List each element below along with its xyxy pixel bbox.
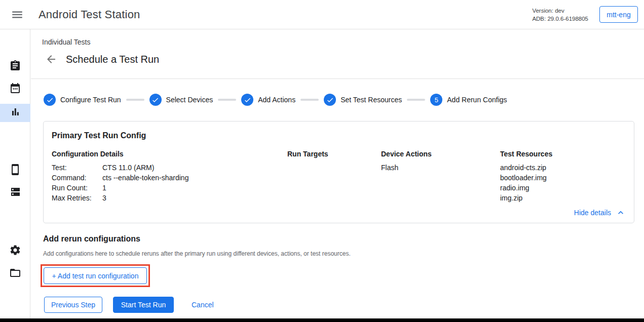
add-test-run-configuration-button[interactable]: + Add test run configuration [44, 267, 147, 284]
settings-gear-icon [9, 244, 21, 258]
config-value: 1 [102, 183, 106, 193]
config-label: Test: [52, 163, 102, 173]
hide-details-link[interactable]: Hide details [574, 208, 626, 218]
footer-actions: Previous Step Start Test Run Cancel [44, 297, 644, 313]
test-resource-item: bootloader.img [500, 173, 626, 183]
app-title: Android Test Station [39, 8, 140, 21]
version-line: Version: dev [532, 7, 588, 15]
sidebar-item-clipboard[interactable] [0, 58, 30, 76]
rerun-section-title: Add rerun configurations [43, 234, 644, 244]
test-resource-item: img.zip [500, 193, 626, 203]
test-resource-item: android-cts.zip [500, 163, 626, 173]
step-check-icon [44, 94, 56, 106]
step-check-icon [149, 94, 162, 106]
column-header: Run Targets [287, 149, 381, 158]
server-icon [9, 186, 21, 200]
step-label: Set Test Resources [340, 96, 402, 104]
config-value: CTS 11.0 (ARM) [102, 163, 154, 173]
breadcrumb: Individual Tests [42, 38, 644, 46]
step-add-actions[interactable]: Add Actions [241, 94, 295, 106]
step-check-icon [241, 94, 253, 106]
config-value: cts --enable-token-sharding [102, 173, 188, 183]
config-label: Max Retries: [52, 193, 102, 203]
sidebar-item-folder[interactable] [0, 265, 30, 283]
column-header: Device Actions [381, 149, 500, 158]
step-label: Add Actions [258, 96, 295, 104]
configuration-details-column: Configuration Details Test: CTS 11.0 (AR… [52, 149, 287, 203]
step-select-devices[interactable]: Select Devices [149, 94, 213, 106]
step-add-rerun-configs[interactable]: 5 Add Rerun Configs [430, 94, 507, 106]
config-label: Command: [52, 173, 102, 183]
step-label: Configure Test Run [60, 96, 121, 104]
account-button[interactable]: mtt-eng [599, 6, 638, 23]
card-title: Primary Test Run Config [52, 131, 626, 141]
step-number: 5 [430, 94, 442, 106]
card-grid: Configuration Details Test: CTS 11.0 (AR… [52, 149, 626, 203]
config-row-test: Test: CTS 11.0 (ARM) [52, 163, 287, 173]
header-right: Version: dev ADB: 29.0.6-6198805 mtt-eng [532, 6, 644, 23]
previous-step-button[interactable]: Previous Step [44, 297, 102, 313]
hide-details-label: Hide details [574, 209, 611, 217]
hamburger-menu-icon[interactable] [11, 8, 24, 21]
bar-chart-icon [9, 106, 21, 120]
sidebar-item-bar-chart[interactable] [0, 104, 30, 122]
sidebar-item-server[interactable] [0, 184, 30, 202]
calendar-icon [9, 83, 21, 97]
bottom-bar [0, 318, 644, 322]
sidebar-item-settings[interactable] [0, 242, 30, 260]
step-connector [300, 99, 319, 101]
test-resource-item: radio.img [500, 183, 626, 193]
step-set-test-resources[interactable]: Set Test Resources [324, 94, 402, 106]
config-value: 3 [102, 193, 106, 203]
step-configure-test-run[interactable]: Configure Test Run [44, 94, 121, 106]
highlight-box: + Add test run configuration [41, 264, 150, 287]
cancel-button[interactable]: Cancel [192, 301, 214, 309]
sidebar [0, 29, 30, 318]
smartphone-icon [9, 164, 21, 178]
step-connector [126, 99, 144, 101]
config-row-run-count: Run Count: 1 [52, 183, 287, 193]
main-content: Individual Tests Schedule a Test Run Con… [31, 29, 644, 318]
step-label: Select Devices [166, 96, 213, 104]
step-connector [407, 99, 425, 101]
sidebar-item-calendar[interactable] [0, 80, 30, 99]
start-test-run-button[interactable]: Start Test Run [113, 297, 174, 313]
clipboard-icon [9, 60, 21, 74]
step-check-icon [324, 94, 336, 106]
rerun-section-description: Add configurations here to schedule reru… [43, 250, 644, 257]
test-resources-column: Test Resources android-cts.zip bootloade… [500, 149, 626, 203]
divider [31, 78, 644, 79]
sidebar-item-smartphone[interactable] [0, 162, 30, 180]
column-header: Configuration Details [52, 149, 287, 158]
config-row-max-retries: Max Retries: 3 [52, 193, 287, 203]
device-action-item: Flash [381, 163, 500, 173]
stepper: Configure Test Run Select Devices Add Ac… [44, 90, 644, 110]
app-header: Android Test Station Version: dev ADB: 2… [0, 0, 644, 29]
folder-icon [9, 267, 21, 281]
chevron-up-icon [616, 208, 626, 218]
version-info: Version: dev ADB: 29.0.6-6198805 [532, 7, 588, 23]
adb-version-line: ADB: 29.0.6-6198805 [532, 15, 588, 23]
primary-config-card: Primary Test Run Config Configuration De… [43, 121, 634, 223]
config-row-command: Command: cts --enable-token-sharding [52, 173, 287, 183]
title-row: Schedule a Test Run [43, 51, 644, 67]
config-label: Run Count: [52, 183, 102, 193]
column-header: Test Resources [500, 149, 626, 158]
back-arrow-icon[interactable] [45, 53, 57, 65]
step-label: Add Rerun Configs [447, 96, 507, 104]
step-connector [218, 99, 236, 101]
page-title: Schedule a Test Run [66, 54, 159, 65]
run-targets-column: Run Targets [287, 149, 381, 203]
device-actions-column: Device Actions Flash [381, 149, 500, 203]
